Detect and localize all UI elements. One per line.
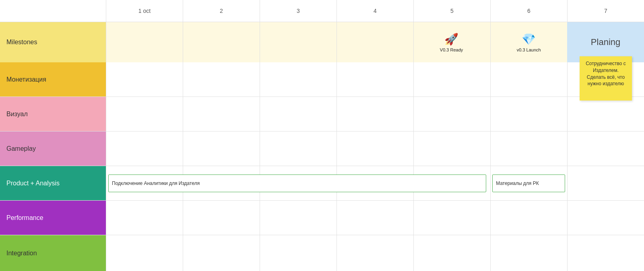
- grid-cell: [260, 235, 337, 271]
- header-empty-cell: [0, 0, 106, 22]
- grid-cell: [414, 62, 491, 96]
- v03-ready-milestone: 🚀 V0.3 Ready: [440, 33, 463, 52]
- rocket-icon: 🚀: [444, 33, 458, 46]
- gameplay-content: [106, 131, 644, 166]
- grid-cell: [491, 97, 568, 131]
- grid-cell: [260, 201, 337, 235]
- date-col-3: 3: [260, 0, 337, 22]
- date-col-5: 5: [414, 0, 491, 22]
- grid-cell: [183, 97, 260, 131]
- performance-label: Performance: [0, 201, 106, 235]
- grid-cell: [491, 131, 568, 166]
- grid-cell: [337, 201, 414, 235]
- grid-cell: [337, 131, 414, 166]
- date-col-4: 4: [337, 0, 414, 22]
- monetization-content: [106, 62, 644, 96]
- date-col-6: 6: [491, 0, 568, 22]
- grid-cell: [568, 235, 644, 271]
- date-col-7: 7: [568, 0, 644, 22]
- materials-task[interactable]: Материалы для РК: [492, 175, 565, 192]
- visual-row: Визуал: [0, 97, 644, 131]
- visual-content: [106, 97, 644, 131]
- grid-cell: [491, 62, 568, 96]
- grid-cell: [491, 235, 568, 271]
- grid-cell: [568, 97, 644, 131]
- grid-cell: [337, 22, 414, 62]
- gameplay-row: Gameplay: [0, 131, 644, 166]
- grid-cell: [568, 166, 644, 200]
- grid-cell: [337, 62, 414, 96]
- diamond-icon: 💎: [522, 33, 536, 46]
- grid-cell: [106, 201, 183, 235]
- product-content: Подключение Аналитики для Издателя Матер…: [106, 166, 644, 200]
- milestones-label: Milestones: [0, 22, 106, 62]
- grid-cell: [491, 201, 568, 235]
- visual-label: Визуал: [0, 97, 106, 131]
- grid-cell: [414, 201, 491, 235]
- date-col-2: 2: [183, 0, 260, 22]
- gantt-chart: 1 oct 2 3 4 5 6 7 Milestones: [0, 0, 644, 271]
- grid-cell: [106, 131, 183, 166]
- grid-cell: [183, 22, 260, 62]
- milestones-row: Milestones 🚀 V0.3 Ready 💎 v: [0, 22, 644, 62]
- monetization-label: Монетизация: [0, 62, 106, 96]
- date-col-1: 1 oct: [106, 0, 183, 22]
- monetization-row: Монетизация: [0, 62, 644, 97]
- grid-cell: [106, 22, 183, 62]
- product-label: Product + Analysis: [0, 166, 106, 200]
- grid-cell: [183, 235, 260, 271]
- grid-cell: [260, 97, 337, 131]
- grid-cell: [260, 62, 337, 96]
- grid-cell: [106, 62, 183, 96]
- performance-content: [106, 201, 644, 235]
- grid-cell: [568, 131, 644, 166]
- gameplay-label: Gameplay: [0, 131, 106, 166]
- v03-launch-milestone: 💎 v0.3 Launch: [517, 33, 541, 52]
- product-row: Product + Analysis Подключение Аналитики…: [0, 166, 644, 201]
- date-headers: 1 oct 2 3 4 5 6 7: [106, 0, 644, 22]
- grid-cell: [183, 201, 260, 235]
- grid-cell: [414, 235, 491, 271]
- grid-cell: [568, 201, 644, 235]
- grid-cell: [337, 235, 414, 271]
- integration-content: [106, 235, 644, 271]
- integration-label: Integration: [0, 235, 106, 271]
- performance-row: Performance: [0, 201, 644, 235]
- grid-cell: [183, 131, 260, 166]
- grid-cell: [106, 97, 183, 131]
- grid-cell: [106, 235, 183, 271]
- analytics-task[interactable]: Подключение Аналитики для Издателя: [108, 175, 486, 192]
- grid-cell: [337, 97, 414, 131]
- integration-row: Integration: [0, 235, 644, 271]
- grid-cell: [260, 22, 337, 62]
- grid-cell: [183, 62, 260, 96]
- grid-cell: [260, 131, 337, 166]
- milestones-content: 🚀 V0.3 Ready 💎 v0.3 Launch Planing: [106, 22, 644, 62]
- grid-cell: [414, 97, 491, 131]
- grid-cell: [414, 131, 491, 166]
- sticky-note: Сотрудничество с Издателем. Сделать всё,…: [580, 56, 632, 101]
